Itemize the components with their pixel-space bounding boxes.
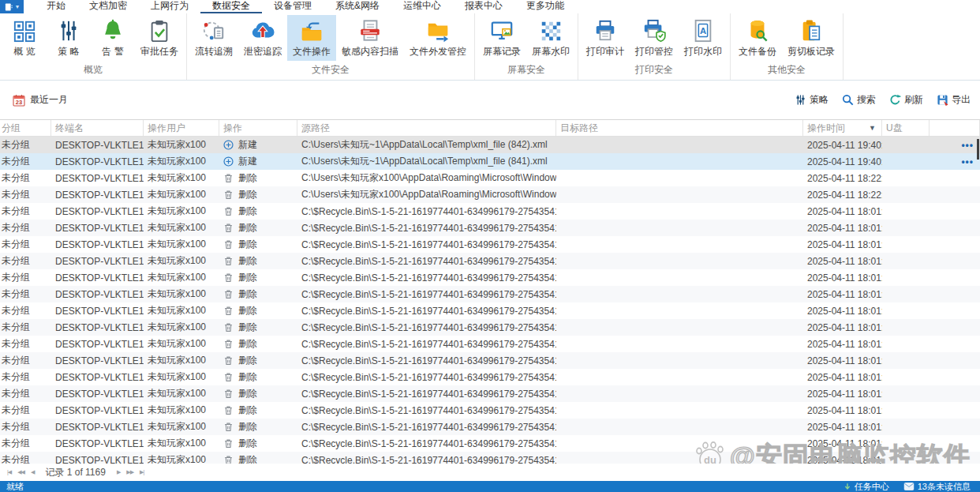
ribbon-button-file-operation-folder[interactable]: 文件操作 bbox=[287, 15, 336, 61]
table-row[interactable]: 未分组DESKTOP-VLKTLE1未知玩家x100删除C:\$Recycle.… bbox=[0, 402, 980, 419]
menu-item-1[interactable]: 开始 bbox=[35, 0, 77, 13]
app-menu-button[interactable]: ▼ bbox=[0, 0, 24, 13]
table-row[interactable]: 未分组DESKTOP-VLKTLE1未知玩家x100删除C:\$Recycle.… bbox=[0, 435, 980, 452]
cell-operation: 删除 bbox=[219, 304, 297, 317]
ribbon-button-print-control[interactable]: 打印管控 bbox=[630, 15, 679, 61]
table-row[interactable]: 未分组DESKTOP-VLKTLE1未知玩家x100删除C:\Users\未知玩… bbox=[0, 186, 980, 203]
cell-operating-user: 未知玩家x100 bbox=[144, 354, 219, 367]
table-row[interactable]: 未分组DESKTOP-VLKTLE1未知玩家x100删除C:\$Recycle.… bbox=[0, 253, 980, 269]
menu-item-6[interactable]: 系统&网络 bbox=[324, 0, 391, 13]
ribbon: 概 览策 略告 警审批任务概览流转追溯泄密追踪文件操作敏感内容扫描文件外发管控文… bbox=[0, 13, 980, 81]
column-header-8[interactable]: U盘 bbox=[882, 120, 930, 136]
cell-source-path: C:\$Recycle.Bin\S-1-5-21-1619774401-6349… bbox=[297, 206, 556, 217]
cell-operation-time: 2025-04-11 18:01:38 bbox=[803, 405, 882, 416]
ribbon-button-policy-sliders[interactable]: 策 略 bbox=[47, 15, 91, 61]
cell-operation-time: 2025-04-11 18:01:38 bbox=[803, 389, 882, 400]
toolbar-action-export[interactable]: 导出 bbox=[937, 93, 971, 107]
column-header-3[interactable]: 操作用户 bbox=[144, 120, 219, 136]
ribbon-button-overview-grid[interactable]: 概 览 bbox=[2, 15, 47, 61]
table-row[interactable]: 未分组DESKTOP-VLKTLE1未知玩家x100删除C:\$Recycle.… bbox=[0, 269, 980, 286]
ribbon-button-print-audit[interactable]: 打印审计 bbox=[581, 15, 630, 61]
menu-item-4[interactable]: 数据安全 bbox=[200, 0, 262, 13]
date-range-filter[interactable]: 23 最近一月 bbox=[13, 93, 68, 107]
ribbon-button-print-watermark[interactable]: A打印水印 bbox=[679, 15, 728, 61]
ribbon-button-leak-track-cloud[interactable]: 泄密追踪 bbox=[238, 15, 287, 61]
cell-group: 未分组 bbox=[0, 205, 51, 218]
table-row[interactable]: 未分组DESKTOP-VLKTLE1未知玩家x100删除C:\$Recycle.… bbox=[0, 203, 980, 220]
cell-source-path: C:\Users\未知玩~1\AppData\Local\Temp\xml_fi… bbox=[297, 155, 556, 168]
statusbar: 就绪 任务中心 13条未读信息 bbox=[0, 481, 980, 492]
row-more-actions-button[interactable]: ••• bbox=[930, 156, 980, 167]
table-row[interactable]: 未分组DESKTOP-VLKTLE1未知玩家x100删除C:\$Recycle.… bbox=[0, 286, 980, 302]
ribbon-button-label: 打印管控 bbox=[635, 45, 673, 58]
table-row[interactable]: 未分组DESKTOP-VLKTLE1未知玩家x100删除C:\$Recycle.… bbox=[0, 220, 980, 236]
menu-item-8[interactable]: 报表中心 bbox=[453, 0, 514, 13]
column-header-label: 源路径 bbox=[301, 122, 330, 135]
operation-label: 新建 bbox=[238, 155, 257, 168]
pager-prev-button-3[interactable]: ◀ bbox=[28, 469, 37, 475]
pager-prev-button-2[interactable]: ◀◀ bbox=[14, 469, 28, 475]
cell-terminal-name: DESKTOP-VLKTLE1 bbox=[51, 289, 144, 300]
vertical-scrollbar-thumb[interactable] bbox=[977, 139, 979, 160]
column-header-2[interactable]: 终端名 bbox=[51, 120, 144, 136]
pager-next-button-2[interactable]: ▶▶ bbox=[123, 469, 137, 475]
ribbon-button-file-backup[interactable]: 文件备份 bbox=[733, 15, 782, 61]
cell-terminal-name: DESKTOP-VLKTLE1 bbox=[51, 140, 144, 151]
column-header-1[interactable]: 分组 bbox=[0, 120, 51, 136]
operation-label: 删除 bbox=[238, 437, 257, 450]
table-row[interactable]: 未分组DESKTOP-VLKTLE1未知玩家x100删除C:\$Recycle.… bbox=[0, 352, 980, 369]
menu-item-5[interactable]: 设备管理 bbox=[262, 0, 324, 13]
menu-item-9[interactable]: 更多功能 bbox=[514, 0, 576, 13]
cell-operation: 删除 bbox=[219, 321, 297, 334]
table-row[interactable]: 未分组DESKTOP-VLKTLE1未知玩家x100删除C:\$Recycle.… bbox=[0, 336, 980, 352]
table-row[interactable]: 未分组DESKTOP-VLKTLE1未知玩家x100删除C:\$Recycle.… bbox=[0, 385, 980, 402]
table-row[interactable]: 未分组DESKTOP-VLKTLE1未知玩家x100新建C:\Users\未知玩… bbox=[0, 137, 980, 153]
sort-filter-caret-icon[interactable]: ▼ bbox=[869, 124, 877, 132]
toolbar-action-refresh[interactable]: 刷新 bbox=[889, 93, 923, 107]
menu-item-3[interactable]: 上网行为 bbox=[139, 0, 200, 13]
toolbar-action-policy[interactable]: 策略 bbox=[795, 93, 829, 107]
delete-op-icon bbox=[223, 223, 234, 233]
operation-label: 删除 bbox=[238, 354, 257, 367]
delete-op-icon bbox=[223, 422, 234, 432]
ribbon-button-flow-trace[interactable]: 流转追溯 bbox=[189, 15, 238, 61]
table-row[interactable]: 未分组DESKTOP-VLKTLE1未知玩家x100删除C:\$Recycle.… bbox=[0, 319, 980, 336]
cell-source-path: C:\Users\未知玩家x100\AppData\Roaming\Micros… bbox=[297, 188, 556, 201]
cell-operation: 删除 bbox=[219, 188, 297, 201]
column-header-4[interactable]: 操作 bbox=[219, 120, 297, 136]
pager-next-button-1[interactable]: ▶ bbox=[114, 469, 123, 475]
task-center-button[interactable]: 任务中心 bbox=[843, 481, 889, 492]
pager-prev-button-1[interactable]: |◀ bbox=[4, 469, 14, 475]
ribbon-button-approval-clipboard[interactable]: 审批任务 bbox=[135, 15, 184, 61]
row-more-actions-button[interactable]: ••• bbox=[930, 140, 980, 151]
cell-operating-user: 未知玩家x100 bbox=[144, 171, 219, 185]
unread-messages-button[interactable]: 13条未读信息 bbox=[903, 481, 971, 492]
menu-item-2[interactable]: 文档加密 bbox=[77, 0, 139, 13]
table-row[interactable]: 未分组DESKTOP-VLKTLE1未知玩家x100删除C:\Users\未知玩… bbox=[0, 170, 980, 186]
ribbon-button-alert-bell[interactable]: 告 警 bbox=[91, 15, 135, 61]
column-header-9[interactable] bbox=[930, 120, 980, 136]
menu-item-7[interactable]: 运维中心 bbox=[391, 0, 453, 13]
ribbon-button-file-outgoing-folder[interactable]: 文件外发管控 bbox=[404, 15, 472, 61]
column-header-5[interactable]: 源路径 bbox=[297, 120, 556, 136]
column-header-6[interactable]: 目标路径 bbox=[556, 120, 803, 136]
ribbon-button-label: 屏幕记录 bbox=[483, 45, 521, 58]
ribbon-button-content-scan[interactable]: 敏感内容扫描 bbox=[336, 15, 404, 61]
column-header-7[interactable]: 操作时间▼ bbox=[803, 120, 882, 136]
toolbar-action-search[interactable]: 搜索 bbox=[842, 93, 876, 107]
ribbon-button-screen-watermark[interactable]: 屏幕水印 bbox=[526, 15, 575, 61]
delete-op-icon bbox=[223, 389, 234, 399]
cell-operation: 删除 bbox=[219, 370, 297, 384]
cell-operating-user: 未知玩家x100 bbox=[144, 370, 219, 384]
table-row[interactable]: 未分组DESKTOP-VLKTLE1未知玩家x100删除C:\$Recycle.… bbox=[0, 236, 980, 253]
table-row[interactable]: 未分组DESKTOP-VLKTLE1未知玩家x100删除C:\$Recycle.… bbox=[0, 302, 980, 319]
ribbon-button-screen-record[interactable]: 屏幕记录 bbox=[477, 15, 526, 61]
ribbon-button-clipboard-record[interactable]: 剪切板记录 bbox=[782, 15, 840, 61]
cell-group: 未分组 bbox=[0, 304, 51, 317]
table-row[interactable]: 未分组DESKTOP-VLKTLE1未知玩家x100删除C:\$Recycle.… bbox=[0, 369, 980, 385]
pager-next-button-3[interactable]: ▶| bbox=[137, 469, 147, 475]
table-row[interactable]: 未分组DESKTOP-VLKTLE1未知玩家x100删除C:\$Recycle.… bbox=[0, 419, 980, 435]
download-arrow-icon bbox=[843, 483, 851, 491]
table-row[interactable]: 未分组DESKTOP-VLKTLE1未知玩家x100新建C:\Users\未知玩… bbox=[0, 153, 980, 170]
cell-source-path: C:\$Recycle.Bin\S-1-5-21-1619774401-6349… bbox=[297, 422, 556, 433]
